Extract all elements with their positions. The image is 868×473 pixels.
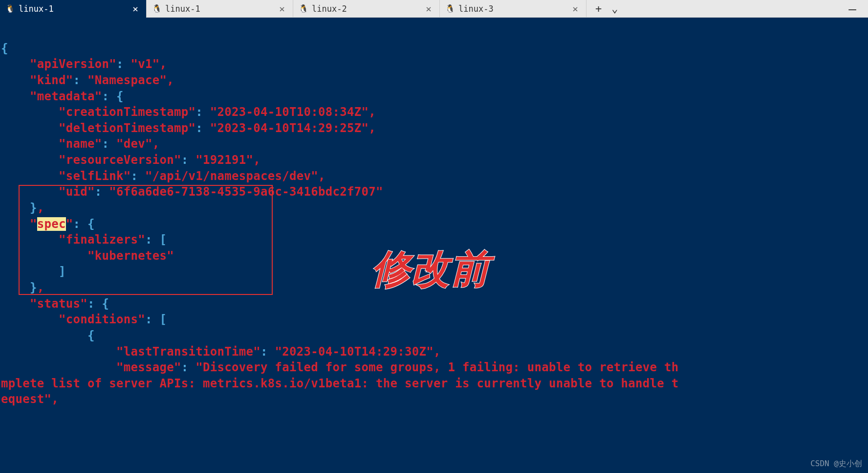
json-comma: , xyxy=(167,73,174,87)
json-brace-open: { xyxy=(116,90,124,103)
json-brace-open: { xyxy=(87,217,95,231)
json-key: "lastTransitionTime" xyxy=(116,345,260,359)
json-colon: : xyxy=(145,233,152,247)
penguin-icon: 🐧 xyxy=(152,4,161,13)
json-string: "2023-04-10T10:08:34Z" xyxy=(210,105,369,119)
json-colon: : xyxy=(260,345,268,359)
json-key: "apiVersion" xyxy=(30,57,116,71)
tab-label: linux-1 xyxy=(165,4,200,14)
json-colon: : xyxy=(87,297,95,311)
penguin-icon: 🐧 xyxy=(446,4,455,13)
json-string: mplete list of server APIs: metrics.k8s.… xyxy=(1,377,678,390)
json-string: "192191" xyxy=(195,153,253,167)
add-tab-button[interactable]: + xyxy=(592,2,605,15)
close-icon[interactable]: × xyxy=(570,3,580,15)
json-bracket-open: [ xyxy=(160,233,167,247)
json-key: "deletionTimestamp" xyxy=(59,121,195,135)
json-colon: : xyxy=(181,360,189,374)
json-colon: : xyxy=(116,57,124,71)
json-colon: : xyxy=(73,73,81,87)
json-key: "metadata" xyxy=(30,90,102,103)
json-string: "6f6a6de6-7138-4535-9a6c-3416bdc2f707" xyxy=(109,185,383,199)
tab-label: linux-1 xyxy=(19,4,54,14)
json-colon: : xyxy=(131,169,138,183)
json-key: "finalizers" xyxy=(59,233,145,247)
json-key-quote: " xyxy=(66,217,73,231)
json-brace-open: { xyxy=(1,42,8,55)
json-colon: : xyxy=(181,153,189,167)
json-brace-close: } xyxy=(30,201,37,215)
json-key: "selfLink" xyxy=(59,169,131,183)
close-icon[interactable]: × xyxy=(277,3,287,15)
json-colon: : xyxy=(195,121,203,135)
json-key-quote: " xyxy=(30,217,37,231)
json-comma: , xyxy=(369,105,376,119)
json-colon: : xyxy=(102,90,109,103)
json-comma: , xyxy=(37,281,44,294)
tab-controls: + ⌄ xyxy=(586,2,627,15)
json-bracket-open: [ xyxy=(160,313,167,326)
tab-bar: 🐧 linux-1 × 🐧 linux-1 × 🐧 linux-2 × 🐧 li… xyxy=(0,0,868,18)
json-string: "Discovery failed for some groups, 1 fai… xyxy=(195,360,678,374)
json-string: "Namespace" xyxy=(87,73,167,87)
json-colon: : xyxy=(195,105,203,119)
json-string: "kubernetes" xyxy=(87,249,174,263)
json-key-highlighted: spec xyxy=(37,217,66,231)
penguin-icon: 🐧 xyxy=(299,4,308,13)
json-string: "2023-04-10T14:29:30Z" xyxy=(275,345,433,359)
tab-linux-3[interactable]: 🐧 linux-3 × xyxy=(440,0,586,18)
json-key: "conditions" xyxy=(59,313,145,326)
json-key: "uid" xyxy=(59,185,95,199)
minimize-button[interactable]: — xyxy=(837,1,868,16)
json-key: "message" xyxy=(116,360,181,374)
json-key: "kind" xyxy=(30,73,73,87)
json-comma: , xyxy=(369,121,376,135)
json-colon: : xyxy=(95,185,102,199)
json-colon: : xyxy=(102,137,109,151)
penguin-icon: 🐧 xyxy=(6,4,15,13)
json-comma: , xyxy=(51,392,59,406)
json-brace-open: { xyxy=(87,329,95,342)
json-colon: : xyxy=(73,217,81,231)
terminal-content[interactable]: { "apiVersion": "v1", "kind": "Namespace… xyxy=(0,18,868,462)
json-comma: , xyxy=(152,137,160,151)
tab-dropdown-button[interactable]: ⌄ xyxy=(608,2,621,15)
json-key: "name" xyxy=(59,137,102,151)
json-string: "/api/v1/namespaces/dev" xyxy=(145,169,318,183)
json-brace-open: { xyxy=(102,297,109,311)
json-comma: , xyxy=(318,169,326,183)
json-comma: , xyxy=(37,201,44,215)
json-key: "creationTimestamp" xyxy=(59,105,195,119)
json-brace-close: } xyxy=(30,281,37,294)
json-string: "v1" xyxy=(131,57,160,71)
tab-linux-1[interactable]: 🐧 linux-1 × xyxy=(147,0,293,18)
tab-label: linux-3 xyxy=(458,4,494,14)
json-comma: , xyxy=(434,345,441,359)
watermark-text: CSDN @史小创 xyxy=(810,459,862,469)
tab-linux-1-active[interactable]: 🐧 linux-1 × xyxy=(0,0,147,18)
json-string: "2023-04-10T14:29:25Z" xyxy=(210,121,369,135)
json-bracket-close: ] xyxy=(59,265,66,278)
annotation-text: 修改前 xyxy=(371,243,489,296)
json-key: "status" xyxy=(30,297,87,311)
json-comma: , xyxy=(253,153,260,167)
json-colon: : xyxy=(145,313,152,326)
json-comma: , xyxy=(160,57,167,71)
close-icon[interactable]: × xyxy=(130,3,140,15)
json-key: "resourceVersion" xyxy=(59,153,181,167)
tab-linux-2[interactable]: 🐧 linux-2 × xyxy=(293,0,440,18)
json-string: "dev" xyxy=(116,137,152,151)
json-string: equest" xyxy=(1,392,51,406)
close-icon[interactable]: × xyxy=(424,3,434,15)
tab-label: linux-2 xyxy=(312,4,347,14)
